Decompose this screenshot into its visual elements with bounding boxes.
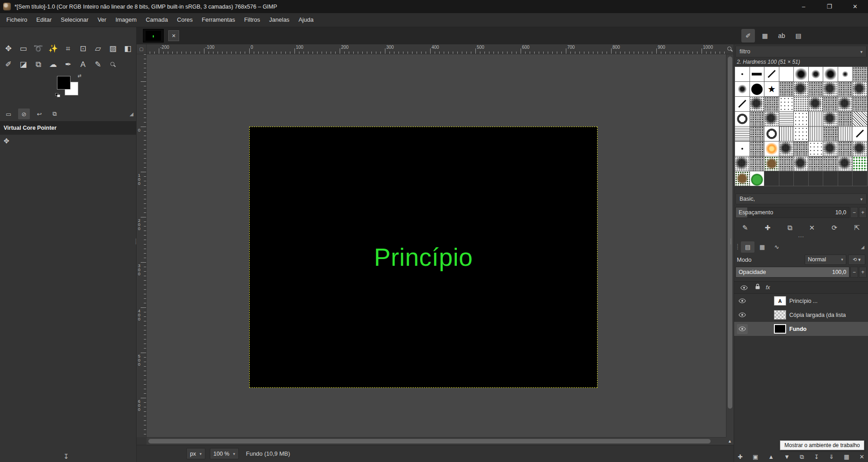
layer-visibility-eye-icon[interactable]: [737, 296, 748, 306]
layer-row[interactable]: APrincípio ...: [734, 294, 868, 308]
menu-item-ajuda[interactable]: Ajuda: [294, 13, 318, 27]
layer-mask-button[interactable]: ▦: [844, 453, 849, 460]
opacity-slider[interactable]: Opacidade 100,0: [735, 267, 849, 278]
new-layer-button[interactable]: ✚: [738, 453, 743, 460]
brush-sparse[interactable]: [794, 112, 808, 126]
brush-lines-v[interactable]: [779, 127, 794, 141]
navigation-button[interactable]: ▲: [726, 437, 734, 445]
brush-filter-input[interactable]: filtro ▾: [735, 46, 867, 57]
brush-tex[interactable]: [823, 156, 838, 171]
brush-splat[interactable]: [838, 156, 853, 171]
swap-colors-icon[interactable]: ⇄: [78, 73, 81, 78]
paths-tool-icon[interactable]: ✒: [61, 57, 75, 71]
menu-item-filtros[interactable]: Filtros: [240, 13, 265, 27]
brush-splat[interactable]: [794, 156, 808, 171]
tab-fonts[interactable]: ab: [775, 29, 788, 42]
brush-splat[interactable]: [853, 141, 867, 156]
spacing-increase-button[interactable]: +: [859, 207, 867, 218]
unit-select[interactable]: px ▾: [186, 448, 205, 459]
layer-mode-select[interactable]: Normal ▾: [805, 255, 846, 265]
brush-lines-h[interactable]: [735, 127, 749, 141]
brush-tex[interactable]: [750, 127, 764, 141]
brush-tex[interactable]: [764, 97, 779, 111]
brush-tex[interactable]: [750, 141, 764, 156]
right-splitter-handle[interactable]: ┊: [729, 239, 732, 245]
rectangle-select-tool-icon[interactable]: ▭: [16, 42, 30, 56]
tab-tool-options[interactable]: ▭: [3, 108, 14, 119]
brush-lines-v[interactable]: [809, 127, 823, 141]
bucket-fill-tool-icon[interactable]: ◧: [121, 42, 135, 56]
merge-down-button[interactable]: ⇓: [829, 453, 834, 460]
foreground-color-swatch[interactable]: [57, 76, 71, 90]
handle-transform-tool-icon[interactable]: ▱: [91, 42, 105, 56]
zoom-follow-window-button[interactable]: [726, 44, 734, 54]
horizontal-ruler[interactable]: -200-10001002003004005006007008009001000: [147, 44, 726, 54]
brush-soft-md[interactable]: [809, 67, 823, 81]
brush-splat[interactable]: [853, 82, 867, 96]
layer-row[interactable]: Fundo: [734, 322, 868, 336]
tab-undo-history[interactable]: ↩: [33, 108, 45, 119]
brush-tex[interactable]: [838, 112, 853, 126]
menu-item-cores[interactable]: Cores: [172, 13, 197, 27]
close-button[interactable]: ✕: [842, 0, 868, 13]
refresh-brushes-button[interactable]: ⟳: [832, 224, 838, 232]
move-tool-icon[interactable]: ✥: [1, 42, 15, 56]
visibility-column-eye-icon[interactable]: [739, 283, 749, 292]
vertical-ruler[interactable]: 01 0 02 0 03 0 04 0 05 0 06 0 0: [137, 54, 147, 437]
brush-hatch[interactable]: [853, 112, 867, 126]
zoom-tool-icon[interactable]: [106, 57, 120, 71]
brush-splat[interactable]: [823, 82, 838, 96]
default-colors-icon[interactable]: [55, 93, 61, 98]
free-select-tool-icon[interactable]: ➰: [31, 42, 45, 56]
opacity-increase-button[interactable]: +: [859, 267, 867, 278]
brush-diag[interactable]: [853, 127, 867, 141]
horizontal-scrollbar[interactable]: [147, 437, 726, 445]
brush-star[interactable]: [764, 82, 779, 96]
restore-button[interactable]: ❐: [816, 0, 842, 13]
image-tab[interactable]: ▮: [143, 29, 164, 42]
brush-leaf[interactable]: [853, 156, 867, 171]
text-tool-icon[interactable]: A: [76, 57, 90, 71]
brush-orange[interactable]: [764, 141, 779, 156]
brush-splat[interactable]: [794, 82, 808, 96]
tab-device-status[interactable]: ⊘: [18, 108, 30, 119]
duplicate-layer-button[interactable]: ⧉: [800, 453, 804, 461]
overflow-dots-icon[interactable]: ⋯: [734, 234, 868, 240]
spacing-decrease-button[interactable]: −: [850, 207, 858, 218]
gradient-tool-icon[interactable]: ▨: [106, 42, 120, 56]
brush-tex[interactable]: [838, 82, 853, 96]
brush-swirl[interactable]: [735, 112, 749, 126]
brush-splat[interactable]: [764, 112, 779, 126]
brush-sparse[interactable]: [779, 97, 794, 111]
image-tab-close-button[interactable]: ✕: [168, 30, 179, 41]
unified-transform-tool-icon[interactable]: ⊡: [76, 42, 90, 56]
raise-layer-button[interactable]: ▲: [768, 453, 774, 460]
tab-paths[interactable]: ∿: [770, 241, 783, 253]
delete-layer-button[interactable]: ✕: [859, 453, 864, 460]
brush-pine[interactable]: [764, 156, 779, 171]
brush-soft-sm[interactable]: [838, 67, 853, 81]
delete-brush-button[interactable]: ✕: [809, 224, 815, 232]
brush-sparse[interactable]: [794, 127, 808, 141]
dock-drag-handle[interactable]: ┊: [736, 244, 739, 250]
menu-item-camada[interactable]: Camada: [141, 13, 172, 27]
brush-tex[interactable]: [853, 97, 867, 111]
menu-item-editar[interactable]: Editar: [32, 13, 56, 27]
menu-item-ferramentas[interactable]: Ferramentas: [197, 13, 240, 27]
ruler-corner-icon[interactable]: ▢: [137, 44, 147, 54]
menu-item-imagem[interactable]: Imagem: [111, 13, 141, 27]
brush-splat[interactable]: [750, 97, 764, 111]
brush-dot[interactable]: [735, 67, 749, 81]
opacity-decrease-button[interactable]: −: [850, 267, 858, 278]
lock-column-icon[interactable]: [755, 283, 760, 292]
spacing-slider[interactable]: Espaçamento 10,0: [735, 207, 849, 218]
menu-item-ver[interactable]: Ver: [93, 13, 111, 27]
new-brush-button[interactable]: ✚: [765, 224, 771, 232]
brush-diag[interactable]: [764, 67, 779, 81]
brush-dot[interactable]: [735, 141, 749, 156]
brush-tex[interactable]: [750, 112, 764, 126]
brush-lines-v[interactable]: [838, 127, 853, 141]
brush-pepper[interactable]: [750, 171, 764, 186]
brush-blank[interactable]: [779, 67, 794, 81]
layer-visibility-eye-icon[interactable]: [737, 324, 748, 334]
